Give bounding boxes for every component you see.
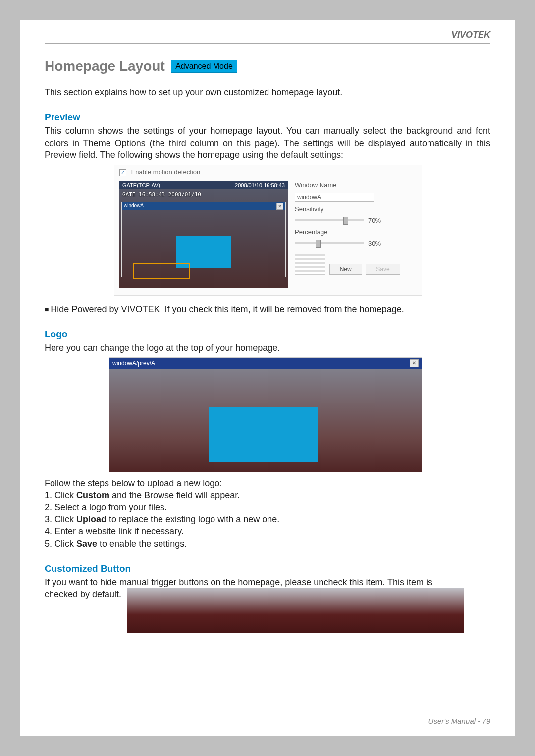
page-footer: User's Manual - 79 xyxy=(428,717,490,725)
logo-window-title: windowA/prev/A xyxy=(112,360,155,367)
sensitivity-slider[interactable] xyxy=(295,219,364,221)
page-title: Homepage Layout xyxy=(45,58,165,74)
page-title-row: Homepage Layout Advanced Mode xyxy=(45,58,490,74)
manual-page: VIVOTEK Homepage Layout Advanced Mode Th… xyxy=(20,20,515,736)
cb-line1: If you want to hide manual trigger butto… xyxy=(45,576,490,588)
windowA-label: windowA xyxy=(124,203,144,210)
video-title-right: 2008/01/10 16:58:43 xyxy=(235,182,285,188)
percentage-label: Percentage xyxy=(295,228,417,236)
brand-header: VIVOTEK xyxy=(45,30,490,44)
hide-powered-bullet: Hide Powered by VIVOTEK: If you check th… xyxy=(45,304,490,315)
video-area: GATE 16:58:43 2008/01/10 windowA ✕ xyxy=(119,189,288,288)
logo-intro: Here you can change the logo at the top … xyxy=(45,342,490,353)
percentage-value: 30% xyxy=(368,240,381,247)
preview-screenshot: ✓ Enable motion detection GATE(TCP-AV) 2… xyxy=(114,165,422,296)
video-overlay-text: GATE 16:58:43 2008/01/10 xyxy=(122,191,201,198)
logo-screenshot: windowA/prev/A ✕ xyxy=(109,357,422,472)
motion-controls: Window Name Sensitivity 70% Percentage 3… xyxy=(295,181,417,288)
step-4: 4. Enter a website link if necessary. xyxy=(45,525,490,537)
customized-button-heading: Customized Button xyxy=(45,563,490,574)
window-name-label: Window Name xyxy=(295,181,417,189)
sensitivity-thumb[interactable] xyxy=(343,217,348,225)
save-button[interactable]: Save xyxy=(366,264,400,275)
intro-text: This section explains how to set up your… xyxy=(45,86,490,98)
logo-window-titlebar: windowA/prev/A ✕ xyxy=(109,358,422,369)
step-2: 2. Select a logo from your files. xyxy=(45,502,490,513)
mode-badge: Advanced Mode xyxy=(171,60,237,73)
customized-button-text: If you want to hide manual trigger butto… xyxy=(45,576,490,633)
enable-motion-row: ✓ Enable motion detection xyxy=(114,165,422,179)
logo-heading: Logo xyxy=(45,329,490,340)
step-3: 3. Click Upload to replace the existing … xyxy=(45,513,490,525)
logo-window-close-icon[interactable]: ✕ xyxy=(410,359,419,367)
logo-region-blue xyxy=(209,407,318,462)
step-1: 1. Click Custom and the Browse field wil… xyxy=(45,489,490,501)
windowA-close-icon[interactable]: ✕ xyxy=(276,203,283,210)
video-panel: GATE(TCP-AV) 2008/01/10 16:58:43 GATE 16… xyxy=(119,181,288,288)
video-titlebar: GATE(TCP-AV) 2008/01/10 16:58:43 xyxy=(119,181,288,189)
percentage-thumb[interactable] xyxy=(316,240,321,248)
step-5: 5. Click Save to enable the settings. xyxy=(45,538,490,550)
preview-text: This column shows the settings of your h… xyxy=(45,125,490,161)
steps-intro: Follow the steps below to upload a new l… xyxy=(45,477,490,489)
detection-region-orange[interactable] xyxy=(133,263,190,279)
sensitivity-value: 70% xyxy=(368,217,381,224)
preview-heading: Preview xyxy=(45,112,490,123)
level-indicator xyxy=(295,254,325,275)
enable-motion-label: Enable motion detection xyxy=(131,168,200,176)
window-name-input[interactable] xyxy=(295,193,374,202)
percentage-slider[interactable] xyxy=(295,242,364,244)
enable-motion-checkbox[interactable]: ✓ xyxy=(119,169,126,176)
cb-line2: checked by default. xyxy=(45,588,490,633)
video-title-left: GATE(TCP-AV) xyxy=(122,182,160,188)
logo-steps: Follow the steps below to upload a new l… xyxy=(45,477,490,550)
sensitivity-label: Sensitivity xyxy=(295,205,417,213)
customized-button-screenshot xyxy=(127,588,464,633)
new-button[interactable]: New xyxy=(329,264,362,275)
